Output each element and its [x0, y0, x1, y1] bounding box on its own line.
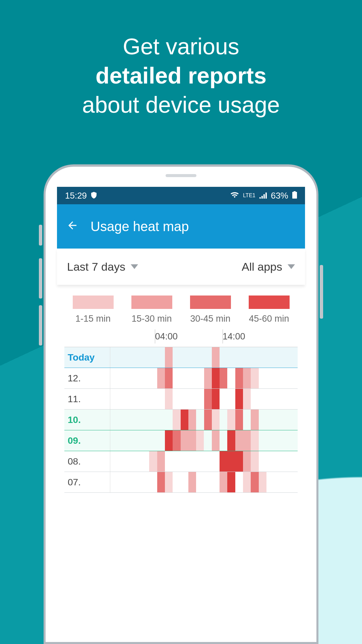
phone-frame: 15:29 LTE1 63% [44, 164, 318, 644]
heatmap-row-label: 11. [64, 389, 110, 410]
app-filter-value: All apps [242, 260, 282, 273]
legend-label: 1-15 min [75, 314, 111, 324]
heatmap-row: Today [64, 347, 298, 368]
app-bar: Usage heat map [57, 204, 305, 249]
heatmap-row-label: 09. [64, 430, 110, 451]
headline-line2: detailed reports [96, 63, 266, 88]
heatmap-cell [220, 368, 227, 389]
network-label: LTE1 [243, 193, 255, 198]
heatmap-cell [227, 451, 235, 472]
heatmap-cell [251, 430, 258, 451]
heatmap-cell [165, 368, 173, 389]
heatmap-cell [181, 410, 188, 430]
heatmap-cell [149, 451, 157, 472]
heatmap-row-label: Today [64, 347, 110, 368]
heatmap-row: 09. [64, 430, 298, 451]
heatmap-cell [227, 472, 235, 493]
heatmap-cell [235, 368, 243, 389]
row-separator [64, 492, 298, 493]
heatmap-cell [165, 472, 173, 493]
phone-screen: 15:29 LTE1 63% [57, 187, 305, 642]
headline-line3: about device usage [82, 92, 280, 117]
chevron-down-icon [131, 264, 138, 269]
heatmap-cell [157, 368, 165, 389]
heatmap-row-track [110, 430, 298, 451]
heatmap-cell [243, 430, 251, 451]
time-tick: 14:00 [223, 331, 245, 342]
phone-speaker [166, 174, 196, 177]
heatmap-cell [204, 389, 212, 410]
phone-volume-up [39, 258, 42, 299]
legend-label: 30-45 min [190, 314, 230, 324]
heatmap-cell [173, 430, 180, 451]
heatmap-cell [165, 430, 173, 451]
filter-bar: Last 7 days All apps [57, 249, 305, 285]
back-arrow-icon[interactable] [66, 219, 78, 234]
heatmap-cell [235, 389, 243, 410]
heatmap-cell [251, 472, 258, 493]
heatmap-cell [188, 472, 196, 493]
heatmap-row: 11. [64, 389, 298, 410]
legend-item: 45-60 min [249, 296, 290, 324]
heatmap-cell [227, 430, 235, 451]
heatmap-cell [181, 430, 188, 451]
legend-label: 45-60 min [249, 314, 289, 324]
heatmap-cell [173, 410, 180, 430]
heatmap-row: 07. [64, 472, 298, 493]
headline-line1: Get various [123, 34, 239, 59]
legend-item: 30-45 min [190, 296, 231, 324]
page-title: Usage heat map [90, 219, 189, 234]
heatmap-cell [204, 410, 212, 430]
signal-icon [259, 191, 267, 201]
battery-percent: 63% [271, 191, 288, 201]
heatmap-cell [259, 472, 266, 493]
heatmap-cell [188, 430, 196, 451]
heatmap-cell [165, 389, 173, 410]
legend-swatch [73, 296, 114, 309]
heatmap-cell [212, 410, 220, 430]
marketing-headline: Get various detailed reports about devic… [0, 0, 362, 119]
heatmap-cell [212, 368, 220, 389]
legend-swatch [190, 296, 231, 309]
legend-item: 15-30 min [131, 296, 172, 324]
heatmap-cell [157, 451, 165, 472]
heatmap-row-track [110, 451, 298, 472]
heatmap-cell [220, 451, 227, 472]
app-filter-dropdown[interactable]: All apps [242, 260, 295, 273]
svg-rect-1 [293, 194, 296, 198]
legend-item: 1-15 min [73, 296, 114, 324]
heatmap-cell [196, 430, 204, 451]
heatmap-row-label: 07. [64, 472, 110, 493]
heatmap-cell [243, 451, 251, 472]
heatmap-cell [212, 389, 220, 410]
heatmap-legend: 1-15 min15-30 min30-45 min45-60 min [57, 285, 305, 328]
heatmap-row-track [110, 368, 298, 389]
heatmap-cell [220, 472, 227, 493]
heatmap-row: 12. [64, 368, 298, 389]
legend-swatch [131, 296, 172, 309]
heatmap-cell [165, 347, 173, 368]
heatmap-row-label: 08. [64, 451, 110, 472]
heatmap-row-track [110, 472, 298, 493]
heatmap-cell [251, 410, 258, 430]
heatmap-row-label: 10. [64, 410, 110, 430]
wifi-icon [230, 191, 239, 201]
heatmap-row-label: 12. [64, 368, 110, 389]
shield-icon [91, 191, 97, 201]
heatmap-cell [204, 368, 212, 389]
heatmap-cell [251, 451, 258, 472]
heatmap-row-track [110, 347, 298, 368]
heatmap-cell [188, 410, 196, 430]
date-range-dropdown[interactable]: Last 7 days [67, 260, 138, 273]
heatmap-cell [251, 368, 258, 389]
legend-swatch [249, 296, 290, 309]
battery-icon [292, 191, 297, 201]
chevron-down-icon [288, 264, 295, 269]
time-tick: 04:00 [155, 331, 178, 342]
status-time: 15:29 [65, 191, 87, 201]
legend-label: 15-30 min [131, 314, 172, 324]
heatmap-row: 10. [64, 410, 298, 430]
heatmap-row-track [110, 410, 298, 430]
heatmap-cell [243, 472, 251, 493]
heatmap-cell [243, 389, 251, 410]
